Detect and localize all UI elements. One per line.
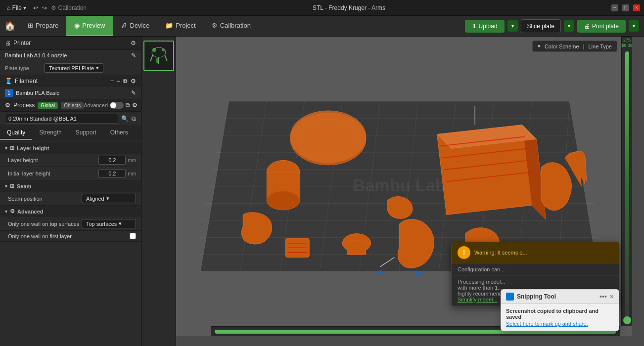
file-menu[interactable]: ⌂ File ▾ bbox=[4, 3, 29, 12]
layer-height-row: Layer height mm bbox=[0, 154, 141, 167]
search-icon[interactable]: 🔍 bbox=[121, 115, 129, 122]
filament-number: 1 bbox=[5, 89, 13, 97]
print-arrow[interactable]: ▾ bbox=[629, 20, 639, 32]
thumb-item-1[interactable] bbox=[143, 41, 174, 71]
preset-dropdown[interactable]: 0.20mm Standard @BBL A1 bbox=[5, 114, 118, 124]
warning-text: Warning: It seems o... bbox=[474, 250, 527, 256]
process-tabs: Quality Strength Support Others bbox=[0, 126, 141, 140]
snipping-saved-text: Screenshot copied to clipboard and saved bbox=[506, 308, 614, 320]
snipping-tool-popup[interactable]: Snipping Tool ••• × Screenshot copied to… bbox=[501, 289, 619, 331]
remove-filament-icon[interactable]: − bbox=[117, 78, 120, 85]
process-header: ⚙ Process Global Objects Advanced ⧉ ⚙ bbox=[0, 99, 141, 112]
viewport: ▾ Color Scheme | Line Type bbox=[141, 37, 644, 346]
window-controls: − □ × bbox=[611, 4, 640, 11]
filament-edit-icon[interactable]: ✎ bbox=[131, 89, 136, 96]
svg-rect-7 bbox=[156, 58, 159, 63]
layer-height-group[interactable]: ▾ ⊞ Layer height bbox=[0, 142, 141, 154]
seam-group[interactable]: ▾ ⊞ Seam bbox=[0, 180, 141, 192]
redo-btn[interactable]: ↪ bbox=[42, 4, 47, 11]
one-wall-chevron-icon: ▾ bbox=[119, 220, 122, 227]
tab-others[interactable]: Others bbox=[103, 126, 135, 140]
seam-position-row: Seam position Aligned ▾ bbox=[0, 192, 141, 206]
initial-layer-row: Initial layer height mm bbox=[0, 167, 141, 180]
process-settings-icon[interactable]: ⚙ bbox=[132, 102, 138, 109]
svg-point-34 bbox=[290, 111, 366, 163]
layer-height-unit: mm bbox=[128, 158, 136, 163]
undo-btn[interactable]: ↩ bbox=[33, 4, 38, 11]
right-ruler: 275 $5.00 bbox=[621, 37, 632, 326]
tab-support[interactable]: Support bbox=[69, 126, 103, 140]
tab-strength[interactable]: Strength bbox=[32, 126, 68, 140]
nav-preview[interactable]: ◉ Preview bbox=[66, 16, 113, 36]
advanced-chevron: ▾ bbox=[5, 209, 7, 214]
upload-arrow[interactable]: ▾ bbox=[507, 20, 518, 32]
advanced-toggle[interactable] bbox=[110, 102, 124, 109]
ruler-handle[interactable] bbox=[623, 316, 631, 324]
simplify-link[interactable]: Simplify model... bbox=[458, 297, 498, 303]
tab-quality[interactable]: Quality bbox=[0, 126, 32, 140]
plate-type-dropdown[interactable]: Textured PEI Plate ▾ bbox=[45, 63, 103, 73]
initial-layer-unit: mm bbox=[128, 171, 136, 176]
printer-name: Bambu Lab A1 0.4 nozzle bbox=[5, 52, 131, 58]
nav-project[interactable]: 📁 Project bbox=[157, 16, 203, 36]
seam-chevron: ▾ bbox=[5, 184, 7, 189]
printer-settings-icon[interactable]: ⚙ bbox=[131, 40, 136, 46]
seam-position-dropdown[interactable]: Aligned ▾ bbox=[82, 194, 136, 203]
nav-prepare[interactable]: ⊞ Prepare bbox=[20, 16, 66, 36]
filament-header: 🧵 Filament + − ⧉ ⚙ bbox=[0, 75, 141, 87]
slice-arrow[interactable]: ▾ bbox=[564, 20, 574, 32]
snipping-more-icon[interactable]: ••• bbox=[599, 293, 607, 301]
copy-filament-icon[interactable]: ⧉ bbox=[123, 78, 128, 85]
calibration-icon: ⚙ bbox=[212, 22, 218, 29]
nav-right-actions: ⬆ Upload ▾ Slice plate ▾ 🖨 Print plate ▾ bbox=[465, 16, 644, 36]
svg-point-51 bbox=[376, 270, 384, 274]
thumbnail-strip bbox=[141, 37, 176, 346]
upload-icon: ⬆ bbox=[472, 23, 477, 30]
maximize-btn[interactable]: □ bbox=[622, 4, 629, 11]
app-logo: 🏠 bbox=[0, 16, 20, 36]
print-icon: 🖨 bbox=[584, 23, 590, 30]
snipping-controls: ••• × bbox=[599, 293, 614, 301]
main-layout: 🖨 Printer ⚙ Bambu Lab A1 0.4 nozzle ✎ Pl… bbox=[0, 37, 644, 346]
layer-height-label: Layer height bbox=[8, 157, 98, 163]
minimize-btn[interactable]: − bbox=[611, 4, 618, 11]
device-icon: 🖨 bbox=[121, 22, 128, 29]
seam-position-label: Seam position bbox=[8, 196, 82, 202]
color-scheme-bar: ▾ Color Scheme | Line Type bbox=[532, 41, 617, 52]
snipping-hint-link[interactable]: Select here to mark up and share. bbox=[506, 321, 614, 327]
nav-device[interactable]: 🖨 Device bbox=[113, 16, 158, 36]
tag-global[interactable]: Global bbox=[38, 102, 58, 109]
process-copy-icon[interactable]: ⧉ bbox=[126, 102, 130, 109]
printer-name-row: Bambu Lab A1 0.4 nozzle ✎ bbox=[0, 50, 141, 61]
preset-row: 0.20mm Standard @BBL A1 🔍 ⧉ bbox=[0, 112, 141, 126]
snipping-icon bbox=[506, 293, 514, 301]
snipping-title: Snipping Tool bbox=[506, 293, 556, 301]
slice-button[interactable]: Slice plate bbox=[521, 19, 561, 33]
layer-height-input[interactable] bbox=[98, 156, 126, 165]
printer-section-header: 🖨 Printer ⚙ bbox=[0, 37, 141, 50]
add-filament-icon[interactable]: + bbox=[110, 78, 114, 85]
upload-button[interactable]: ⬆ Upload bbox=[465, 20, 505, 33]
print-button[interactable]: 🖨 Print plate bbox=[577, 20, 626, 33]
layer-height-chevron: ▾ bbox=[5, 146, 7, 151]
tag-objects[interactable]: Objects bbox=[61, 102, 84, 109]
filament-settings-icon[interactable]: ⚙ bbox=[131, 78, 136, 85]
nav-calibration[interactable]: ⚙ Calibration bbox=[204, 16, 259, 36]
process-icon: ⚙ bbox=[5, 102, 10, 109]
window-title: STL - Freddy Kruger - Arms bbox=[87, 4, 611, 11]
svg-point-37 bbox=[267, 191, 300, 210]
first-layer-checkbox[interactable] bbox=[130, 233, 136, 239]
initial-layer-input[interactable] bbox=[98, 169, 126, 178]
plate-type-row: Plate type Textured PEI Plate ▾ bbox=[0, 61, 141, 75]
filament-section: 🧵 Filament + − ⧉ ⚙ 1 Bambu PLA Basic ✎ bbox=[0, 75, 141, 99]
copy-icon[interactable]: ⧉ bbox=[132, 115, 136, 122]
close-btn[interactable]: × bbox=[633, 4, 640, 11]
one-wall-top-dropdown[interactable]: Top surfaces ▾ bbox=[82, 219, 136, 228]
svg-rect-46 bbox=[347, 241, 366, 255]
snipping-close-icon[interactable]: × bbox=[610, 293, 614, 301]
printer-edit-icon[interactable]: ✎ bbox=[131, 52, 136, 59]
project-icon: 📁 bbox=[165, 22, 173, 29]
nav-bar: 🏠 ⊞ Prepare ◉ Preview 🖨 Device 📁 Project… bbox=[0, 16, 644, 37]
advanced-group[interactable]: ▾ ⚙ Advanced bbox=[0, 206, 141, 217]
printer-icon: 🖨 bbox=[5, 40, 11, 46]
